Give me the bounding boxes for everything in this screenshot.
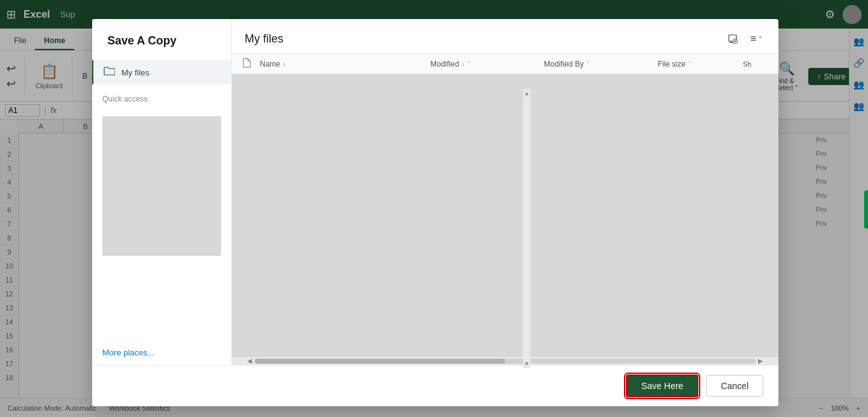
folder-icon	[104, 67, 115, 78]
header-controls: ≡ ˅	[724, 30, 766, 47]
file-size-col-label: File size	[658, 60, 686, 69]
dialog-footer: Save Here Cancel	[92, 365, 778, 406]
h-scrollbar-thumb	[255, 359, 505, 364]
dialog-left-panel: Save A Copy My files Quick access More p…	[92, 19, 232, 365]
dialog-body: Save A Copy My files Quick access More p…	[92, 19, 778, 365]
h-scrollbar-track[interactable]	[255, 359, 756, 364]
quick-access-thumbnail	[102, 116, 221, 256]
save-here-button[interactable]: Save Here	[626, 374, 698, 397]
h-scrollbar-area: ◀ ▶	[232, 356, 778, 365]
v-scroll-up-arrow[interactable]: ▲	[524, 90, 530, 96]
upload-button[interactable]	[724, 31, 742, 46]
file-col-modified-header[interactable]: Modified ↓ ˅	[430, 60, 544, 69]
scroll-right-arrow[interactable]: ▶	[756, 357, 766, 364]
dialog-right-title: My files	[245, 32, 283, 46]
view-toggle-button[interactable]: ≡ ˅	[747, 30, 766, 47]
file-list-body	[232, 74, 778, 356]
file-list-container: Name ↓ Modified ↓ ˅ Modified By ˅ File s…	[232, 54, 778, 365]
save-dialog: Save A Copy My files Quick access More p…	[92, 19, 778, 406]
name-col-label: Name	[260, 60, 280, 69]
v-scroll-down-arrow[interactable]: ▼	[524, 361, 530, 365]
file-col-name-header[interactable]: Name ↓	[260, 60, 430, 69]
dialog-title: Save A Copy	[92, 19, 231, 60]
file-size-filter-arrow: ˅	[688, 61, 691, 67]
quick-access-label: Quick access	[92, 84, 231, 107]
file-col-icon-header	[242, 58, 260, 70]
file-col-size-header[interactable]: File size ˅	[658, 60, 743, 69]
list-view-icon: ≡	[750, 33, 756, 44]
dialog-right-panel: My files ≡ ˅	[232, 19, 778, 365]
modified-by-filter-arrow: ˅	[587, 61, 590, 67]
name-sort-arrow: ↓	[283, 60, 286, 67]
file-col-sharing-header: Sh	[743, 60, 768, 68]
more-places-link[interactable]: More places...	[92, 340, 231, 365]
modified-by-col-label: Modified By	[544, 60, 584, 69]
modified-filter-arrow: ˅	[468, 61, 471, 67]
quick-access-area	[92, 107, 231, 340]
modified-sort-arrow: ↓	[462, 60, 465, 67]
v-scrollbar: ▲ ▼	[523, 89, 531, 365]
dialog-right-header: My files ≡ ˅	[232, 19, 778, 54]
file-col-modified-by-header[interactable]: Modified By ˅	[544, 60, 658, 69]
nav-item-my-files[interactable]: My files	[92, 60, 231, 84]
cancel-button[interactable]: Cancel	[706, 375, 763, 397]
file-list-header: Name ↓ Modified ↓ ˅ Modified By ˅ File s…	[232, 54, 778, 74]
modified-col-label: Modified	[430, 60, 459, 69]
view-chevron-icon: ˅	[759, 36, 762, 43]
scroll-left-arrow[interactable]: ◀	[245, 357, 255, 364]
my-files-label: My files	[121, 68, 149, 77]
